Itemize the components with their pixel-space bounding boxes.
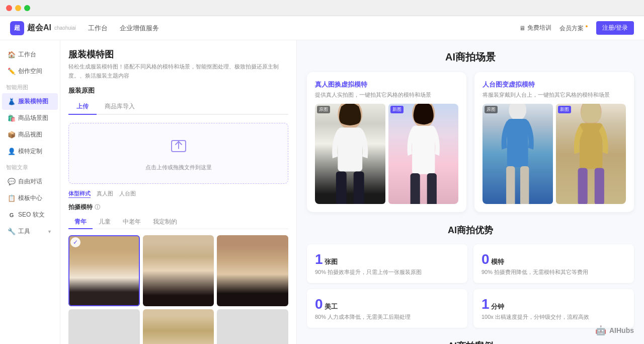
tab-import[interactable]: 商品库导入 [97, 99, 143, 115]
register-button[interactable]: 注册/登录 [596, 21, 634, 35]
adv-card-2: 0 模特 90% 拍摄费用降低，无需模特和其它等费用 [473, 244, 634, 283]
mannequin-before: 原图 [482, 104, 553, 204]
body-tab-style[interactable]: 体型样式 [68, 190, 91, 198]
advantages-section: AI商拍优势 1 张图 90% 拍摄效率提升，只需上传一张服装原图 0 模特 [307, 224, 634, 328]
content-area: 服装模特图 轻松生成服装模特图！搭配不同风格的模特和场景，智能抠图处理、极致拍摄… [60, 40, 644, 344]
template-icon: 📋 [8, 195, 15, 202]
mannequin-images: 原图 新图 [482, 104, 626, 204]
model-tab-children[interactable]: 儿童 [93, 216, 117, 229]
clothing-tabs: 上传 商品库导入 [68, 99, 288, 115]
sidebar-item-fashion-model[interactable]: 👗 服装模特图 [2, 93, 58, 110]
model-grid: ✓ [68, 235, 288, 344]
sidebar-label-tools: 工具 [18, 227, 30, 236]
dialog-icon: 💬 [8, 178, 15, 185]
sidebar-label-product-view: 商品视图 [18, 130, 42, 139]
real-model-desc: 提供真人实拍图，一键拍其它风格的模特和场景 [315, 91, 458, 99]
vip-plan-btn[interactable]: 会员方案 ● [559, 24, 588, 33]
model-age-tabs: 青年 儿童 中老年 我定制的 [68, 216, 288, 229]
real-model-card: 真人图换虚拟模特 提供真人实拍图，一键拍其它风格的模特和场景 原图 [307, 72, 466, 212]
main-layout: 🏠 工作台 ✏️ 创作空间 智能用图 👗 服装模特图 🛍️ 商品场景图 📦 商品… [0, 40, 644, 344]
body-tab-real[interactable]: 真人图 [97, 190, 113, 198]
model-tab-youth[interactable]: 青年 [68, 216, 93, 229]
body-tabs: 体型样式 真人图 人台图 [68, 190, 288, 198]
panel-title: 服装模特图 [68, 48, 288, 60]
left-panel: 服装模特图 轻松生成服装模特图！搭配不同风格的模特和场景，智能抠图处理、极致拍摄… [60, 40, 297, 344]
real-model-after: 新图 [388, 104, 459, 204]
upload-text: 点击上传或拖拽文件到这里 [81, 164, 276, 171]
model-item-3[interactable] [217, 235, 288, 307]
model-item-5[interactable] [143, 309, 214, 344]
sidebar-item-template[interactable]: 📋 模板中心 [2, 190, 58, 207]
svg-rect-13 [507, 119, 528, 167]
sidebar-label-product-scene: 商品场景图 [18, 114, 48, 122]
before-label: 原图 [317, 106, 330, 113]
sidebar-section-smart-article: 智能文章 [0, 160, 60, 173]
sidebar-label-fashion: 服装模特图 [18, 97, 48, 106]
model-item-2[interactable] [143, 235, 214, 307]
upload-area[interactable]: 点击上传或拖拽文件到这里 [68, 123, 288, 184]
sidebar-item-product-view[interactable]: 📦 商品视图 [2, 126, 58, 143]
right-panel: AI商拍场景 真人图换虚拟模特 提供真人实拍图，一键拍其它风格的模特和场景 原图 [297, 40, 644, 344]
sidebar-item-product-scene[interactable]: 🛍️ 商品场景图 [2, 110, 58, 126]
model-item-4[interactable] [68, 309, 140, 344]
model-check-1: ✓ [70, 237, 80, 247]
adv-num-1: 1 张图 [315, 251, 459, 267]
model-item-1[interactable]: ✓ [68, 235, 140, 307]
sidebar-label-create: 创作空间 [18, 67, 42, 76]
mannequin-after: 新图 [556, 104, 626, 204]
svg-rect-4 [336, 172, 347, 204]
sidebar-item-create[interactable]: ✏️ 创作空间 [2, 63, 58, 80]
svg-rect-15 [520, 166, 529, 204]
aihubs-icon: 🤖 [595, 325, 606, 336]
nav-enterprise[interactable]: 企业增值服务 [120, 24, 159, 33]
ai-scene-title: AI商拍场景 [307, 50, 634, 64]
model-tab-elderly[interactable]: 中老年 [117, 216, 147, 229]
aihubs-text: AIHubs [609, 326, 634, 334]
mannequin-card: 人台图变虚拟模特 将服装穿戴到人台上，一键拍其它风格的模特和场景 原图 [474, 72, 634, 212]
model-section-label: 拍摄模特 ⓘ [68, 203, 288, 212]
model-tab-custom[interactable]: 我定制的 [147, 216, 183, 229]
minimize-dot[interactable] [15, 5, 21, 11]
model-item-6[interactable] [217, 309, 288, 344]
tools-expand-icon: ▼ [47, 229, 52, 234]
svg-rect-8 [412, 126, 435, 174]
adv-card-3: 0 美工 80% 人力成本降低，无需美工后期处理 [307, 289, 467, 328]
svg-rect-10 [427, 173, 436, 204]
sidebar-section-smart-image: 智能用图 [0, 80, 60, 93]
logo-icon: 超 [10, 21, 24, 35]
sidebar-item-tools[interactable]: 🔧 工具 ▼ [2, 223, 58, 240]
scenario-cards: 真人图换虚拟模特 提供真人实拍图，一键拍其它风格的模特和场景 原图 [307, 72, 634, 212]
svg-rect-19 [594, 168, 604, 204]
svg-rect-9 [410, 173, 420, 204]
sidebar-label-workbench: 工作台 [18, 50, 36, 59]
tab-upload[interactable]: 上传 [68, 99, 97, 115]
real-model-title: 真人图换虚拟模特 [315, 80, 458, 89]
mannequin-before-label: 原图 [485, 106, 498, 113]
logo-text: 超会AI [27, 23, 51, 33]
seo-icon: G [8, 212, 15, 219]
body-tab-mannequin[interactable]: 人台图 [119, 190, 136, 198]
svg-rect-18 [578, 168, 587, 204]
free-training-btn[interactable]: 🖥 免费培训 [519, 24, 551, 32]
close-dot[interactable] [6, 5, 12, 11]
sidebar-item-workbench[interactable]: 🏠 工作台 [2, 46, 58, 63]
sidebar-label-dialog: 自由对话 [18, 177, 42, 186]
adv-desc-1: 90% 拍摄效率提升，只需上传一张服装原图 [315, 268, 459, 276]
adv-num-4: 1 分钟 [481, 296, 626, 312]
topnav-right: 🖥 免费培训 会员方案 ● 注册/登录 [519, 21, 634, 35]
nav-workbench[interactable]: 工作台 [88, 24, 108, 33]
adv-card-4: 1 分钟 100x 出稿速度提升，分钟级交付，流程高效 [473, 289, 634, 328]
adv-card-1: 1 张图 90% 拍摄效率提升，只需上传一张服装原图 [307, 244, 467, 283]
aihubs-watermark: 🤖 AIHubs [595, 325, 634, 336]
real-model-images: 原图 [315, 104, 458, 204]
sidebar-item-model-custom[interactable]: 👤 模特定制 [2, 143, 58, 160]
cases-title: AI商拍案例 [307, 340, 634, 344]
svg-rect-5 [354, 172, 364, 204]
sidebar-item-auto-dialog[interactable]: 💬 自由对话 [2, 173, 58, 190]
maximize-dot[interactable] [24, 5, 30, 11]
workbench-icon: 🏠 [8, 51, 15, 58]
svg-rect-17 [580, 123, 602, 169]
adv-desc-3: 80% 人力成本降低，无需美工后期处理 [315, 313, 459, 321]
logo: 超 超会AI chaohuiai [10, 21, 76, 35]
sidebar-item-seo[interactable]: G SEO 软文 [2, 207, 58, 223]
